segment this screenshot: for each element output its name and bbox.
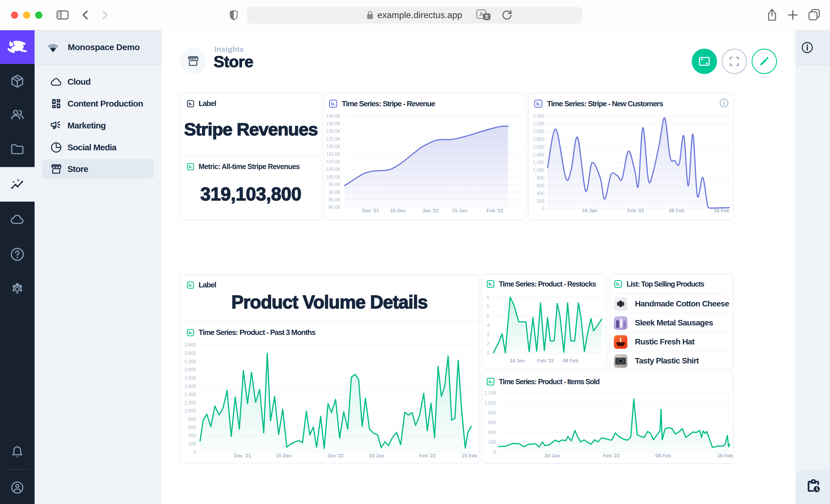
svg-text:100.0K: 100.0K xyxy=(326,174,341,179)
svg-text:400: 400 xyxy=(188,433,196,438)
svg-text:135.0K: 135.0K xyxy=(326,121,341,126)
svg-text:Jan '22: Jan '22 xyxy=(327,453,344,459)
svg-text:2,400: 2,400 xyxy=(533,113,544,119)
svg-text:2,400: 2,400 xyxy=(185,351,196,356)
svg-text:Feb '22: Feb '22 xyxy=(537,358,554,364)
svg-text:1,400: 1,400 xyxy=(185,392,196,397)
svg-text:140.0K: 140.0K xyxy=(326,113,341,119)
svg-text:800: 800 xyxy=(488,410,496,415)
svg-text:600: 600 xyxy=(488,420,496,425)
svg-text:120.0K: 120.0K xyxy=(326,144,341,149)
svg-text:15 Dec: 15 Dec xyxy=(390,208,406,213)
svg-text:2,200: 2,200 xyxy=(533,121,544,126)
svg-text:1,000: 1,000 xyxy=(484,401,496,405)
svg-text:200: 200 xyxy=(537,199,544,204)
svg-text:95.0K: 95.0K xyxy=(328,182,341,187)
svg-text:Feb '22: Feb '22 xyxy=(603,453,619,459)
svg-text:0: 0 xyxy=(542,206,544,211)
svg-text:400: 400 xyxy=(537,191,544,196)
svg-text:1,800: 1,800 xyxy=(533,137,544,142)
svg-text:115.0K: 115.0K xyxy=(326,152,341,157)
svg-text:Feb '22: Feb '22 xyxy=(486,208,503,213)
svg-text:3: 3 xyxy=(487,332,489,337)
svg-text:0: 0 xyxy=(193,449,196,455)
svg-text:600: 600 xyxy=(188,425,196,430)
svg-text:1,200: 1,200 xyxy=(185,400,196,405)
svg-text:Jan '22: Jan '22 xyxy=(422,208,439,213)
svg-text:2: 2 xyxy=(487,342,489,346)
svg-text:15 Dec: 15 Dec xyxy=(276,453,292,459)
svg-text:110.0K: 110.0K xyxy=(326,159,341,164)
svg-text:08 Feb: 08 Feb xyxy=(669,208,684,213)
svg-text:1,000: 1,000 xyxy=(185,408,196,413)
svg-text:4: 4 xyxy=(487,323,489,328)
svg-text:24 Jan: 24 Jan xyxy=(582,208,598,213)
svg-text:Feb '22: Feb '22 xyxy=(628,208,644,213)
svg-text:16 Feb: 16 Feb xyxy=(717,453,733,459)
svg-text:125.0K: 125.0K xyxy=(326,136,341,141)
svg-text:400: 400 xyxy=(488,430,496,435)
svg-text:1,600: 1,600 xyxy=(185,384,196,389)
svg-text:Dec '21: Dec '21 xyxy=(362,208,379,213)
svg-text:130.0K: 130.0K xyxy=(326,129,341,134)
svg-text:85.0K: 85.0K xyxy=(328,197,341,202)
svg-text:15 Feb: 15 Feb xyxy=(462,453,477,459)
svg-text:800: 800 xyxy=(537,175,544,180)
svg-text:文: 文 xyxy=(484,14,489,19)
svg-text:600: 600 xyxy=(537,183,544,188)
svg-text:200: 200 xyxy=(188,441,196,446)
svg-text:1,000: 1,000 xyxy=(533,168,544,172)
svg-text:90.0K: 90.0K xyxy=(328,190,341,195)
svg-text:08 Feb: 08 Feb xyxy=(656,453,671,459)
svg-text:6: 6 xyxy=(487,295,489,300)
svg-text:5: 5 xyxy=(487,313,489,318)
svg-text:1,200: 1,200 xyxy=(484,391,496,396)
svg-text:Feb '22: Feb '22 xyxy=(419,453,436,459)
svg-text:1: 1 xyxy=(487,351,489,356)
svg-text:2,200: 2,200 xyxy=(185,359,196,364)
svg-text:15 Jan: 15 Jan xyxy=(369,453,384,459)
svg-text:15 Jan: 15 Jan xyxy=(452,208,468,213)
svg-text:24 Jan: 24 Jan xyxy=(510,358,525,364)
svg-text:800: 800 xyxy=(188,417,196,422)
svg-text:16 Feb: 16 Feb xyxy=(714,208,729,213)
svg-text:1,400: 1,400 xyxy=(533,153,544,157)
svg-text:1,200: 1,200 xyxy=(533,160,544,165)
svg-text:2,000: 2,000 xyxy=(533,129,544,134)
svg-text:5: 5 xyxy=(487,304,489,309)
svg-text:200: 200 xyxy=(488,440,496,445)
svg-text:08 Feb: 08 Feb xyxy=(563,358,578,364)
svg-text:2,000: 2,000 xyxy=(185,367,196,372)
svg-text:105.0K: 105.0K xyxy=(326,167,341,172)
svg-text:2,600: 2,600 xyxy=(185,342,196,347)
svg-text:A: A xyxy=(479,11,483,17)
svg-text:1,800: 1,800 xyxy=(185,375,196,380)
svg-text:Dec '21: Dec '21 xyxy=(234,453,251,459)
svg-text:1,600: 1,600 xyxy=(533,144,544,149)
svg-text:24 Jan: 24 Jan xyxy=(545,453,560,459)
svg-text:80.0K: 80.0K xyxy=(328,205,341,210)
svg-text:0: 0 xyxy=(493,449,496,455)
